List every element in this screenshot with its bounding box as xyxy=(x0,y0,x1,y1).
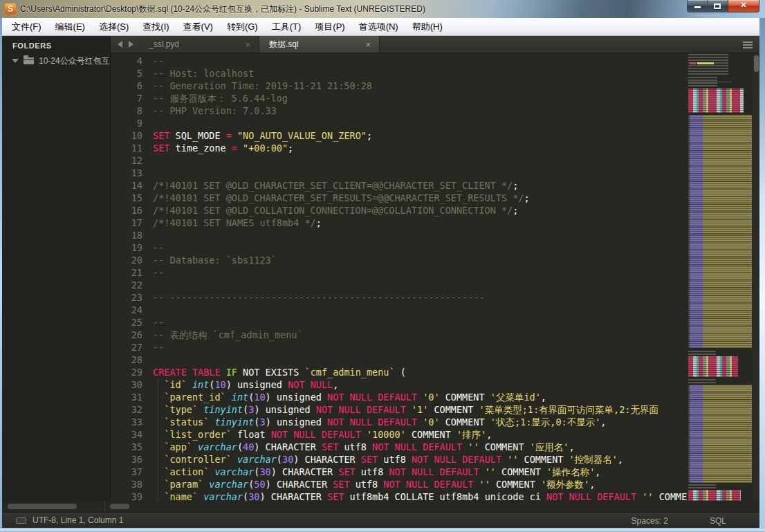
code-text: /*!40101 SET NAMES utf8mb4 */; xyxy=(153,217,322,229)
code-text: `param` varchar(50) CHARACTER SET utf8 N… xyxy=(153,478,595,490)
tab[interactable]: 数据.sql× xyxy=(259,36,380,53)
code-text: CREATE TABLE IF NOT EXISTS `cmf_admin_me… xyxy=(153,366,406,378)
minimap-text-block xyxy=(688,349,716,355)
status-bar: UTF-8, Line 1, Column 1 Spaces: 2 SQL xyxy=(2,512,759,528)
menu-item[interactable]: 选择(S) xyxy=(92,19,136,35)
minimap-mark xyxy=(690,62,696,64)
line-number: 25 xyxy=(111,316,142,329)
code-line: 23-- -----------------------------------… xyxy=(111,291,687,304)
menu-item[interactable]: 工具(T) xyxy=(265,19,308,35)
line-number: 26 xyxy=(111,329,142,341)
code-text: -- 服务器版本： 5.6.44-log xyxy=(153,92,288,104)
minimap[interactable] xyxy=(687,53,753,501)
menu-item[interactable]: 首选项(N) xyxy=(352,19,405,35)
indent-guide xyxy=(158,378,158,501)
tab-bar: _ssl.pyd×数据.sql× xyxy=(111,36,759,53)
line-number: 24 xyxy=(111,304,142,316)
code-text: -- 表的结构 `cmf_admin_menu` xyxy=(153,329,303,341)
code-line: 24 xyxy=(111,304,687,316)
code-text: -- xyxy=(153,341,164,354)
folder-icon xyxy=(24,57,34,64)
editor-hscrollbar-thumb[interactable] xyxy=(110,504,129,509)
menu-item[interactable]: 查看(V) xyxy=(176,19,220,35)
sublime-logo-icon[interactable]: S xyxy=(5,3,16,15)
overflow-menu-icon[interactable] xyxy=(743,42,753,43)
code-text: -- xyxy=(153,241,164,254)
vertical-scrollbar[interactable] xyxy=(753,53,759,501)
code-line: 4-- xyxy=(111,55,687,67)
minimap-text-block xyxy=(688,54,728,75)
code-line: 12 xyxy=(111,154,687,167)
tab-close-icon[interactable]: × xyxy=(242,39,253,50)
menu-item[interactable]: 项目(P) xyxy=(308,19,351,35)
code-line: 13 xyxy=(111,167,687,179)
main-area: FOLDERS 10-24公众号红包互换 _ssl.pyd×数据.sql× 4-… xyxy=(2,36,759,528)
syntax-mode[interactable]: SQL xyxy=(710,516,726,526)
code-line: 37 `action` varchar(30) CHARACTER SET ut… xyxy=(111,466,687,478)
code-content: 4--5-- Host: localhost6-- Generation Tim… xyxy=(111,55,687,501)
code-line: 9 xyxy=(111,117,687,129)
menu-item[interactable]: 文件(F) xyxy=(5,19,48,35)
menu-item[interactable]: 查找(I) xyxy=(136,19,176,35)
vertical-scrollbar-thumb[interactable] xyxy=(754,55,759,72)
line-number: 13 xyxy=(111,167,142,179)
tab-label: 数据.sql xyxy=(269,39,362,51)
minimap-text-block xyxy=(688,378,716,383)
line-number: 33 xyxy=(111,416,142,428)
code-text: `name` varchar(30) CHARACTER SET utf8mb4… xyxy=(153,490,687,501)
code-editor[interactable]: 4--5-- Host: localhost6-- Generation Tim… xyxy=(111,53,687,501)
indent-setting[interactable]: Spaces: 2 xyxy=(632,516,668,526)
tab[interactable]: _ssl.pyd× xyxy=(139,36,259,53)
code-line: 39 `name` varchar(30) CHARACTER SET utf8… xyxy=(111,490,687,501)
tab-close-icon[interactable]: × xyxy=(362,39,374,50)
tab-nav-right-icon[interactable] xyxy=(129,41,133,48)
menu-item[interactable]: 帮助(H) xyxy=(405,19,450,35)
sidebar-hscrollbar-thumb[interactable] xyxy=(8,504,77,509)
window-border-left xyxy=(0,18,2,532)
line-number: 4 xyxy=(111,55,142,67)
minimize-button[interactable] xyxy=(687,0,708,12)
minimap-create-table-block xyxy=(688,89,744,113)
code-text: /*!40101 SET @OLD_COLLATION_CONNECTION=@… xyxy=(153,204,518,217)
sidebar: FOLDERS 10-24公众号红包互换 xyxy=(2,36,111,501)
code-text: -- xyxy=(153,316,164,329)
code-text: `id` int(10) unsigned NOT NULL, xyxy=(153,378,338,391)
line-number: 15 xyxy=(111,192,142,204)
window-border-right xyxy=(759,18,765,532)
window-controls: ✕ xyxy=(687,0,759,12)
minimap-create-table-block xyxy=(688,356,738,377)
collapse-arrow-icon[interactable] xyxy=(12,59,19,63)
tab-nav-left-icon[interactable] xyxy=(118,41,122,48)
sidebar-folder-item[interactable]: 10-24公众号红包互换 xyxy=(2,54,110,68)
code-text: `parent_id` int(10) unsigned NOT NULL DE… xyxy=(153,391,546,403)
minimap-insert-block xyxy=(688,115,752,348)
code-line: 15/*!40101 SET @OLD_CHARACTER_SET_RESULT… xyxy=(111,192,687,204)
code-text: -- Generation Time: 2019-11-21 21:50:28 xyxy=(153,80,372,92)
line-number: 29 xyxy=(111,366,142,378)
window-border-bottom xyxy=(0,528,765,532)
menubar: 文件(F)编辑(E)选择(S)查找(I)查看(V)转到(G)工具(T)项目(P)… xyxy=(2,18,759,36)
code-line: 36 `controller` varchar(30) CHARACTER SE… xyxy=(111,453,687,466)
line-number: 7 xyxy=(111,92,142,104)
tab-nav xyxy=(111,36,139,53)
code-text: `list_order` float NOT NULL DEFAULT '100… xyxy=(153,428,492,441)
code-line: 30 `id` int(10) unsigned NOT NULL, xyxy=(111,378,687,391)
panel-toggle-icon[interactable] xyxy=(16,517,26,524)
line-number: 35 xyxy=(111,441,142,453)
scrollbar-divider xyxy=(104,501,105,512)
menu-item[interactable]: 编辑(E) xyxy=(48,19,92,35)
code-line: 34 `list_order` float NOT NULL DEFAULT '… xyxy=(111,428,687,441)
maximize-icon xyxy=(714,3,721,9)
code-line: 6-- Generation Time: 2019-11-21 21:50:28 xyxy=(111,80,687,92)
close-button[interactable]: ✕ xyxy=(728,0,759,12)
line-number: 18 xyxy=(111,229,142,241)
sublime-window: S C:\Users\Administrator\Desktop\数据.sql … xyxy=(0,0,765,532)
menu-item[interactable]: 转到(G) xyxy=(220,19,265,35)
folder-label: 10-24公众号红包互换 xyxy=(39,55,110,67)
line-number: 20 xyxy=(111,254,142,266)
code-line: 27-- xyxy=(111,341,687,354)
code-line: 35 `app` varchar(40) CHARACTER SET utf8 … xyxy=(111,441,687,453)
maximize-button[interactable] xyxy=(708,0,728,12)
code-text: /*!40101 SET @OLD_CHARACTER_SET_RESULTS=… xyxy=(153,192,530,204)
code-line: 31 `parent_id` int(10) unsigned NOT NULL… xyxy=(111,391,687,403)
